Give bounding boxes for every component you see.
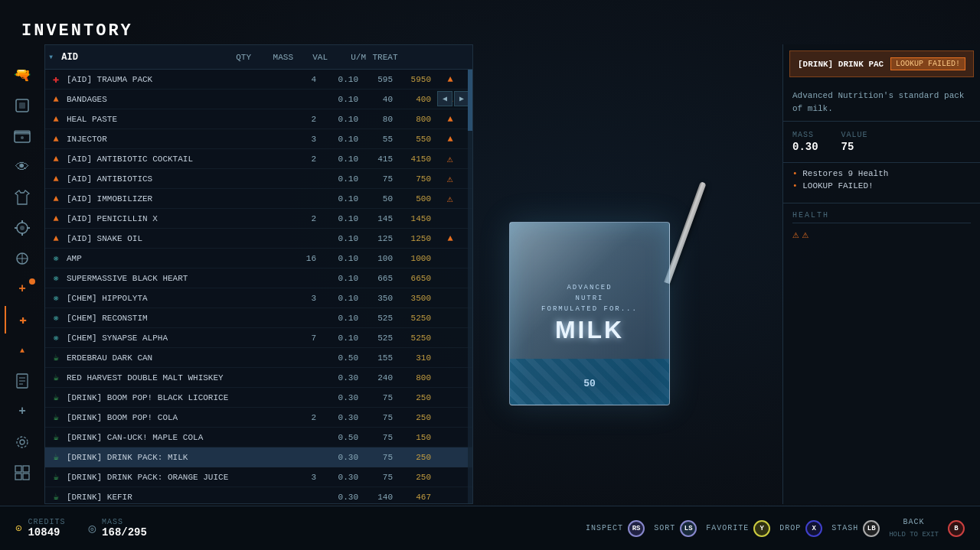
row-val: 80 xyxy=(358,115,393,124)
table-row[interactable]: ☕ [DRINK] KEFIR 0.30 140 467 xyxy=(45,487,472,503)
table-row[interactable]: ▲ BANDAGES 0.10 40 400 ▲ xyxy=(45,89,472,109)
sort-control: SORT LS xyxy=(654,520,697,537)
row-name: [AID] ANTIBIOTIC COCKTAIL xyxy=(67,155,289,164)
ls-button[interactable]: LS xyxy=(680,520,697,537)
scroll-prev[interactable]: ◀ xyxy=(437,91,452,106)
row-val: 75 xyxy=(358,413,393,422)
table-row[interactable]: ☕ [DRINK] CAN-UCK! MAPLE COLA 0.50 75 15… xyxy=(45,428,472,447)
row-mass: 0.10 xyxy=(316,314,358,323)
back-sub-label: HOLD TO EXIT xyxy=(889,531,939,539)
row-icon: ▲ xyxy=(48,233,64,244)
svg-rect-3 xyxy=(15,131,30,134)
rs-button[interactable]: RS xyxy=(628,520,645,537)
row-name: BANDAGES xyxy=(67,95,289,104)
row-val: 75 xyxy=(358,473,393,482)
page-title: INVENTORY xyxy=(21,21,133,41)
sidebar-icon-armor[interactable] xyxy=(5,92,40,119)
table-row[interactable]: ▲ HEAL PASTE 2 0.10 80 800 ▲ xyxy=(45,109,472,129)
credits-info: ⊙ CREDITS 10849 xyxy=(15,518,65,539)
row-icon: ❋ xyxy=(48,332,64,343)
row-icon: ▲ xyxy=(48,174,64,184)
mass-header: MASS xyxy=(251,53,293,62)
table-row[interactable]: ❋ [CHEM] HIPPOLYTA 3 0.10 350 3500 xyxy=(45,288,472,308)
sidebar-icon-eye[interactable]: 👁 xyxy=(5,153,40,181)
sidebar-icon-settings[interactable] xyxy=(5,428,40,456)
scroll-thumb[interactable] xyxy=(468,70,472,131)
sidebar-icon-add2[interactable]: + xyxy=(5,398,40,425)
row-name: [DRINK] DRINK PACK: ORANGE JUICE xyxy=(67,473,289,482)
table-row[interactable]: ❋ AMP 16 0.10 100 1000 xyxy=(45,249,472,268)
row-icon: ❋ xyxy=(48,272,64,284)
svg-rect-21 xyxy=(23,466,29,472)
credits-label: CREDITS xyxy=(28,518,65,526)
sidebar-icon-document[interactable] xyxy=(5,367,40,395)
row-name: [CHEM] HIPPOLYTA xyxy=(67,294,289,303)
sidebar-icon-chest[interactable] xyxy=(5,122,40,150)
table-row[interactable]: ❋ [CHEM] SYNAPSE ALPHA 7 0.10 525 5250 xyxy=(45,328,472,348)
scroll-next[interactable]: ▶ xyxy=(454,91,469,106)
table-row[interactable]: ☕ RED HARVEST DOUBLE MALT WHISKEY 0.30 2… xyxy=(45,368,472,388)
table-row[interactable]: ❋ [CHEM] RECONSTIM 0.10 525 5250 xyxy=(45,308,472,328)
table-row[interactable]: ▲ [AID] ANTIBIOTICS 0.10 75 750 ⚠ xyxy=(45,169,472,189)
detail-panel: [DRINK] DRINK PAC LOOKUP FAILED! Advance… xyxy=(782,44,980,504)
health-warn-2: ⚠ xyxy=(802,228,808,241)
table-row[interactable]: ☕ [DRINK] DRINK PACK: MILK 0.30 75 250 xyxy=(45,447,472,467)
qty-header: QTY xyxy=(217,53,251,62)
table-row[interactable]: ☕ [DRINK] BOOM POP! BLACK LICORICE 0.30 … xyxy=(45,388,472,408)
row-mass: 0.10 xyxy=(316,174,358,184)
sidebar-icon-parts[interactable] xyxy=(5,214,40,242)
row-val: 75 xyxy=(358,433,393,442)
sidebar-icon-clothing[interactable] xyxy=(5,184,40,211)
row-name: RED HARVEST DOUBLE MALT WHISKEY xyxy=(67,373,289,382)
b-button[interactable]: B xyxy=(948,520,965,537)
row-name: [DRINK] KEFIR xyxy=(67,493,289,502)
row-val: 75 xyxy=(358,453,393,462)
svg-point-4 xyxy=(21,136,24,139)
table-row[interactable]: ▲ [AID] PENICILLIN X 2 0.10 145 1450 xyxy=(45,209,472,229)
y-button[interactable]: Y xyxy=(753,520,770,537)
table-row[interactable]: ▲ [AID] IMMOBILIZER 0.10 50 500 ⚠ xyxy=(45,189,472,209)
sidebar-icon-gun[interactable]: 🔫 xyxy=(5,61,40,89)
table-row[interactable]: ✚ [AID] TRAUMA PACK 4 0.10 595 5950 ▲ xyxy=(45,70,472,89)
mass-info: ◎ MASS 168/295 xyxy=(88,518,146,539)
sidebar: 🔫 👁 + ✚ ▲ + xyxy=(0,61,44,487)
row-um: 1000 xyxy=(393,254,431,263)
row-um: 250 xyxy=(393,413,431,422)
row-val: 50 xyxy=(358,194,393,203)
sidebar-icon-medical[interactable]: ✚ xyxy=(5,306,40,334)
lb-button[interactable]: LB xyxy=(863,520,880,537)
table-row[interactable]: ▲ INJECTOR 3 0.10 55 550 ▲ xyxy=(45,129,472,149)
table-row[interactable]: ☕ [DRINK] BOOM POP! COLA 2 0.30 75 250 xyxy=(45,408,472,428)
sidebar-icon-scope[interactable] xyxy=(5,245,40,272)
sidebar-icon-add1[interactable]: + xyxy=(5,275,40,303)
svg-point-19 xyxy=(17,437,28,447)
row-um: 1450 xyxy=(393,214,431,223)
sort-label: SORT xyxy=(654,524,675,532)
x-button[interactable]: X xyxy=(805,520,822,537)
row-val: 155 xyxy=(358,353,393,363)
table-row[interactable]: ☕ ERDEBRAU DARK CAN 0.50 155 310 xyxy=(45,348,472,368)
row-um: 500 xyxy=(393,194,431,203)
table-row[interactable]: ▲ [AID] ANTIBIOTIC COCKTAIL 2 0.10 415 4… xyxy=(45,149,472,169)
row-icon: ▲ xyxy=(48,213,64,224)
stash-label: STASH xyxy=(831,524,858,532)
sidebar-icon-grid[interactable] xyxy=(5,459,40,487)
table-row[interactable]: ▲ [AID] SNAKE OIL 0.10 125 1250 ▲ xyxy=(45,229,472,249)
row-val: 525 xyxy=(358,334,393,343)
item-3d-model: ADVANCED NUTRI FORMULATED FOR... MILK 50 xyxy=(501,191,685,405)
row-qty: 2 xyxy=(289,214,316,223)
lookup-failed-badge: LOOKUP FAILED! xyxy=(890,57,965,70)
row-name: [CHEM] SYNAPSE ALPHA xyxy=(67,334,289,343)
row-val: 350 xyxy=(358,294,393,303)
row-um: 467 xyxy=(393,493,431,502)
row-mass: 0.10 xyxy=(316,135,358,144)
row-um: 800 xyxy=(393,373,431,382)
health-warn-1: ⚠ xyxy=(792,228,799,241)
svg-rect-20 xyxy=(15,466,21,472)
table-row[interactable]: ☕ [DRINK] DRINK PACK: ORANGE JUICE 3 0.3… xyxy=(45,467,472,487)
row-val: 145 xyxy=(358,214,393,223)
row-mass: 0.10 xyxy=(316,214,358,223)
mass-value: 168/295 xyxy=(102,526,147,539)
row-qty: 3 xyxy=(289,294,316,303)
table-row[interactable]: ❋ SUPERMASSIVE BLACK HEART 0.10 665 6650 xyxy=(45,268,472,288)
